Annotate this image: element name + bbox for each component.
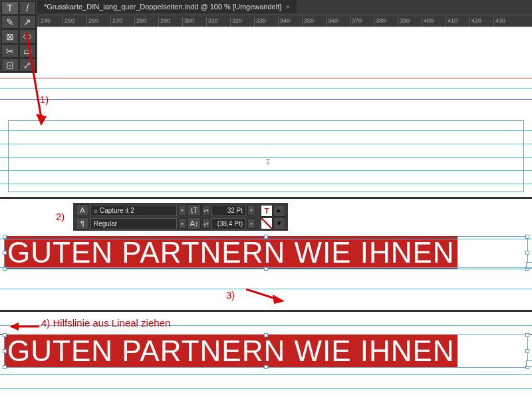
ruler-tick: 260 [86,17,110,27]
gradient-tool[interactable]: ⊡ [1,59,19,72]
ruler-tick: 340 [278,17,302,27]
free-transform-tool[interactable]: ⤢ [19,59,37,72]
ruler-tick: 245 [39,17,63,27]
font-size-icon: tT [188,204,201,216]
resize-handle[interactable] [3,349,7,353]
ruler-tick: 270 [110,17,134,27]
font-style-field[interactable]: Regular [90,218,177,229]
resize-handle[interactable] [264,365,268,369]
font-family-dropdown[interactable]: ▾ [178,205,186,215]
annotation-arrow-3-icon [246,285,286,305]
baseline-guide [0,388,532,389]
leading-value: (38,4 Pt) [217,220,243,227]
document-title: *Grusskarte_DIN_lang_quer_Doppelseiten.i… [44,3,281,11]
ruler-tick: 300 [182,17,206,27]
fill-color-swatch[interactable]: T [261,205,273,217]
resize-handle[interactable] [264,267,268,271]
ruler-tick: 250 [63,17,86,27]
direct-select-tool[interactable]: ↗ [19,15,37,29]
pencil-tool[interactable]: ✎ [1,15,19,29]
ruler-tick: 370 [350,17,374,27]
ruler-tick: 290 [158,17,182,27]
ruler-tick: 400 [422,17,446,27]
baseline-guide [0,374,532,375]
svg-line-2 [246,289,275,299]
line-tool[interactable]: / [19,1,37,15]
callout-1: 1) [40,94,49,105]
font-size-field[interactable]: 32 Pt [211,205,246,216]
resize-handle[interactable] [525,349,529,353]
font-family-value: Capture it 2 [100,207,134,214]
ruler-tick: 350 [302,17,326,27]
svg-marker-3 [273,295,285,304]
svg-marker-5 [9,323,19,331]
document-tab[interactable]: *Grusskarte_DIN_lang_quer_Doppelseiten.i… [37,0,297,13]
font-size-value: 32 Pt [227,207,243,214]
ruler-tick: 380 [374,17,398,27]
resize-handle[interactable] [525,235,529,239]
resize-handle[interactable] [3,267,7,271]
font-family-field[interactable]: ⌕ Capture it 2 [90,205,177,216]
headline-text: GUTEN PARTNERN WIE IHNEN [5,236,458,269]
headline-text: GUTEN PARTNERN WIE IHNEN [5,334,458,367]
scissors-tool[interactable]: ✂ [1,45,19,58]
horizontal-ruler[interactable]: 245 250 260 270 280 290 300 310 320 330 … [39,15,532,27]
leading-icon: A↕ [188,217,201,229]
font-size-dropdown[interactable]: ▾ [247,205,255,215]
resize-handle[interactable] [3,333,7,337]
control-strip: A ⌕ Capture it 2 ▾ ¶ Regular ▾ tT ▴▾ 32 … [73,203,288,231]
text-out-port[interactable] [526,360,532,367]
leading-field[interactable]: (38,4 Pt) [211,218,246,229]
resize-handle[interactable] [3,251,7,255]
annotation-arrow-4-icon [9,320,39,333]
rectangle-tool[interactable]: ▭ [19,45,37,58]
leading-stepper[interactable]: ▴▾ [202,218,210,229]
margin-guide [0,99,532,100]
swap-fill-stroke-icon[interactable]: ▸ [273,205,285,217]
rectangle-frame-tool[interactable]: ⊠ [1,29,19,43]
search-icon: ⌕ [94,207,98,214]
page-edge-guide [0,78,532,78]
canvas-panel-1: ⌶ 1) [0,27,532,193]
canvas-panel-2: 2) A ⌕ Capture it 2 ▾ ¶ Regular ▾ tT [0,197,532,310]
callout-2: 2) [56,211,65,222]
callout-3: 3) [226,289,235,301]
text-frame-with-guide[interactable]: GUTEN PARTNERN WIE IHNEN [4,334,528,368]
toolbox: T / ✎ ↗ ⊠ ⬭ ✂ ▭ ⊡ ⤢ [0,0,37,73]
resize-handle[interactable] [525,333,529,337]
resize-handle[interactable] [525,251,529,255]
formatting-affects-text-icon[interactable]: ▾ [273,217,285,229]
baseline-guide [0,88,532,89]
ruler-tick: 410 [446,17,469,27]
resize-handle[interactable] [264,333,268,337]
ruler-tick: 310 [206,17,230,27]
resize-handle[interactable] [3,235,7,239]
resize-handle[interactable] [264,235,268,239]
font-style-dropdown[interactable]: ▾ [178,218,186,229]
font-style-value: Regular [94,220,117,227]
ruler-tick: 320 [230,17,254,27]
canvas-panel-3: 4) Hilfslinie aus Lineal ziehen GUTEN PA… [0,310,532,399]
ruler-tick: 360 [326,17,350,27]
paragraph-formatting-button[interactable]: ¶ [76,217,89,229]
close-icon[interactable]: × [285,3,289,11]
ruler-tick: 390 [398,17,422,27]
ruler-tick: 420 [469,17,493,27]
text-cursor-icon: ⌶ [266,158,270,165]
ruler-tick: 280 [134,17,158,27]
ellipse-tool[interactable]: ⬭ [19,29,37,43]
font-size-stepper[interactable]: ▴▾ [202,205,210,215]
empty-text-frame[interactable] [8,120,524,192]
resize-handle[interactable] [3,365,7,369]
leading-dropdown[interactable]: ▾ [247,218,255,229]
type-tool[interactable]: T [1,1,19,15]
fill-stroke-swatches: T ▸ ▾ [261,205,285,229]
stroke-none-swatch[interactable] [261,217,273,229]
text-out-port[interactable] [526,262,532,269]
text-frame-typed[interactable]: GUTEN PARTNERN WIE IHNEN [4,236,528,269]
character-formatting-button[interactable]: A [76,204,89,216]
callout-4: 4) Hilfslinie aus Lineal ziehen [41,317,170,329]
ruler-tick: 330 [254,17,278,27]
ruler-tick: 430 [493,17,517,27]
